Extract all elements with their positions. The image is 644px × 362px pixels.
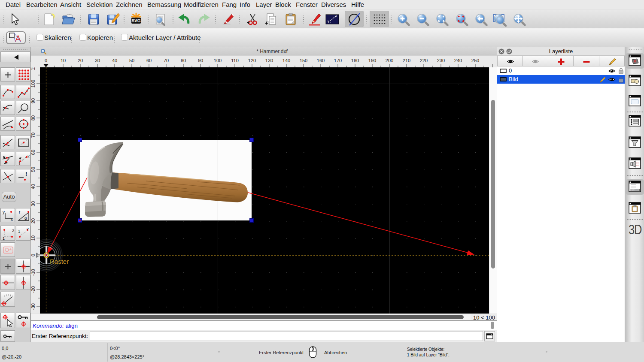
svg-text:r: r [19, 210, 21, 214]
svg-text:180: 180 [351, 58, 359, 63]
svg-text:140: 140 [283, 58, 290, 63]
svg-text:100: 100 [214, 58, 222, 63]
svg-text:210: 210 [403, 58, 410, 63]
svg-text:90: 90 [31, 98, 36, 103]
svg-text:40: 40 [112, 58, 117, 63]
svg-text:SVG: SVG [131, 18, 140, 23]
svg-text:0: 0 [45, 58, 47, 63]
svg-text:50: 50 [129, 58, 134, 63]
svg-text:80: 80 [31, 115, 36, 121]
svg-text:120: 120 [248, 58, 256, 63]
svg-text:1: 1 [18, 162, 21, 166]
svg-text:60: 60 [31, 150, 36, 155]
svg-text:80: 80 [181, 58, 186, 63]
svg-text:-10: -10 [31, 269, 36, 276]
svg-text:x: x [11, 217, 13, 222]
svg-text:110: 110 [231, 58, 239, 63]
svg-text:240: 240 [454, 58, 462, 63]
svg-text:20: 20 [78, 58, 83, 63]
svg-text:Raster: Raster [50, 258, 69, 265]
svg-text:10: 10 [61, 58, 66, 63]
svg-text:70: 70 [164, 58, 169, 63]
svg-text:30: 30 [31, 201, 36, 206]
svg-text:30: 30 [95, 58, 100, 63]
svg-text:60: 60 [146, 58, 152, 63]
svg-text:2: 2 [27, 154, 30, 158]
svg-text:110: 110 [31, 67, 36, 70]
svg-text:90: 90 [198, 58, 203, 63]
svg-text:20: 20 [31, 218, 36, 223]
svg-text:-30: -30 [31, 303, 36, 310]
svg-text:!: ! [25, 171, 27, 177]
svg-text:220: 220 [420, 58, 428, 63]
svg-text:100: 100 [31, 80, 36, 87]
svg-text:y: y [3, 210, 5, 214]
svg-text:130: 130 [265, 58, 273, 63]
svg-text:2: 2 [12, 229, 14, 233]
svg-text:250: 250 [471, 58, 479, 63]
svg-text:160: 160 [317, 58, 325, 63]
svg-text:200: 200 [386, 58, 393, 63]
svg-text:230: 230 [437, 58, 445, 63]
svg-text:-20: -20 [31, 286, 36, 293]
svg-text:1: 1 [18, 229, 20, 234]
svg-text:150: 150 [300, 58, 307, 63]
svg-text:1: 1 [3, 236, 5, 241]
svg-text:c:_command: c:_command [631, 189, 641, 191]
svg-text:50: 50 [31, 167, 36, 172]
svg-text:40: 40 [31, 184, 36, 189]
svg-text:70: 70 [31, 133, 36, 138]
svg-text:10: 10 [31, 235, 36, 241]
svg-text:190: 190 [368, 58, 376, 63]
svg-text:2: 2 [27, 227, 29, 231]
svg-text:170: 170 [334, 58, 342, 63]
